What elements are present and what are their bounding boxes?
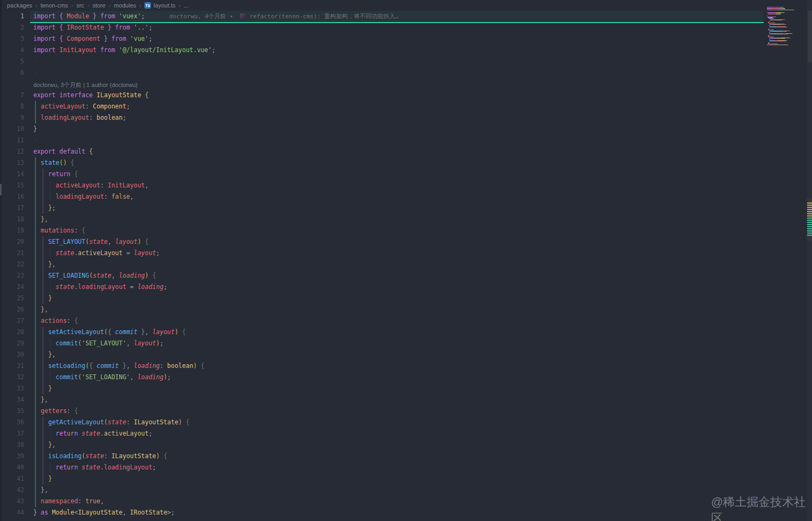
line-number[interactable]: 19	[0, 225, 24, 236]
code-line[interactable]: 11·	[0, 135, 763, 146]
code-line[interactable]: 2import { IRootState } from '..';	[0, 22, 763, 33]
code-line[interactable]: 33 }	[0, 383, 763, 394]
line-number[interactable]: 11	[0, 135, 24, 146]
code-line[interactable]: 3import { Component } from 'vue';	[0, 33, 763, 45]
code-line[interactable]: 20 SET_LAYOUT(state, layout) {	[0, 236, 763, 248]
line-number[interactable]: 34	[0, 394, 24, 406]
line-number[interactable]: 28	[0, 327, 24, 338]
code-line[interactable]: 24 state.loadingLayout = loading;	[0, 281, 763, 293]
token-pun: :	[67, 407, 74, 415]
minimap[interactable]	[767, 7, 806, 71]
line-number[interactable]: 2	[0, 22, 24, 33]
code-line[interactable]: 15 activeLayout: InitLayout,	[0, 180, 763, 191]
code-line[interactable]: 19 mutations: {	[0, 225, 763, 236]
code-line[interactable]: 10}	[0, 124, 763, 135]
line-number[interactable]: 30	[0, 349, 24, 360]
line-number[interactable]: 18	[0, 214, 24, 225]
line-number[interactable]: 22	[0, 259, 24, 270]
line-number[interactable]: 26	[0, 304, 24, 315]
code-line[interactable]: 36 getActiveLayout(state: ILayoutState) …	[0, 417, 763, 428]
line-number[interactable]: 14	[0, 169, 24, 180]
line-number[interactable]: 21	[0, 248, 24, 259]
line-number[interactable]: 43	[0, 496, 24, 507]
scrollbar-track[interactable]	[807, 0, 812, 521]
line-number[interactable]: 23	[0, 270, 24, 281]
code-line[interactable]: 4import InitLayout from '@/layout/InitLa…	[0, 45, 763, 56]
line-number[interactable]: 7	[0, 90, 24, 101]
line-number[interactable]: 15	[0, 180, 24, 191]
line-number[interactable]: 5	[0, 56, 24, 67]
code-line[interactable]: 25 }	[0, 293, 763, 304]
code-line[interactable]: 41 }	[0, 473, 763, 484]
line-number[interactable]: 10	[0, 124, 24, 135]
line-number[interactable]: 29	[0, 338, 24, 349]
code-line[interactable]: 37 return state.activeLayout;	[0, 428, 763, 439]
code-line[interactable]: 32 commit('SET_LOADING', loading);	[0, 372, 763, 383]
code-line[interactable]: 8 activeLayout: Component;	[0, 101, 763, 112]
code-line[interactable]: 12export default {	[0, 146, 763, 157]
scrollbar-slider[interactable]	[808, 11, 812, 62]
line-number[interactable]: 42	[0, 484, 24, 496]
line-number[interactable]: 20	[0, 236, 24, 248]
code-line[interactable]: 39 isLoading(state: ILayoutState) {	[0, 451, 763, 462]
code-line[interactable]: 35 getters: {	[0, 406, 763, 417]
code-line[interactable]: 38 },	[0, 439, 763, 451]
line-number[interactable]: 35	[0, 406, 24, 417]
line-number[interactable]: 31	[0, 360, 24, 372]
code-line[interactable]: 1import { Module } from 'vuex';doctorwu,…	[0, 11, 763, 22]
line-number[interactable]: 8	[0, 101, 24, 112]
line-number[interactable]: 36	[0, 417, 24, 428]
code-line[interactable]: 43 namespaced: true,	[0, 496, 763, 507]
line-number[interactable]: 27	[0, 315, 24, 327]
line-number[interactable]: 38	[0, 439, 24, 451]
code-line[interactable]: 40 return state.loadingLayout;	[0, 462, 763, 473]
line-number[interactable]: 32	[0, 372, 24, 383]
line-number[interactable]: 41	[0, 473, 24, 484]
code-line[interactable]: 28 setActiveLayout({ commit }, layout) {	[0, 327, 763, 338]
code-line[interactable]: 13 state() {	[0, 157, 763, 169]
code-line[interactable]: 14 return {	[0, 169, 763, 180]
breadcrumb-item-store[interactable]: store	[92, 2, 105, 9]
line-number[interactable]: 17	[0, 202, 24, 214]
breadcrumb-item-src[interactable]: src	[76, 2, 84, 9]
line-number[interactable]: 39	[0, 451, 24, 462]
code-line[interactable]: 27 actions: {	[0, 315, 763, 327]
breadcrumb-item-file[interactable]: TSlayout.ts	[144, 2, 176, 9]
code-line[interactable]: 9 loadingLayout: boolean;	[0, 112, 763, 124]
code-line[interactable]: 21 state.activeLayout = layout;	[0, 248, 763, 259]
code-line[interactable]: 22 },	[0, 259, 763, 270]
line-number[interactable]: 12	[0, 146, 24, 157]
code-line[interactable]: 42 },	[0, 484, 763, 496]
line-number[interactable]: 9	[0, 112, 24, 124]
code-line[interactable]: 5·	[0, 56, 763, 67]
breadcrumb-symbol-trail[interactable]: ...	[184, 2, 189, 9]
code-line[interactable]: 16 loadingLayout: false,	[0, 191, 763, 202]
line-number[interactable]: 13	[0, 157, 24, 169]
breadcrumb-item-tenon-cms[interactable]: tenon-cms	[40, 2, 68, 9]
line-number[interactable]: 4	[0, 45, 24, 56]
codelens-blame-link[interactable]: doctorwu, 3个月前 | 1 author (doctorwu)	[33, 82, 137, 88]
code-line[interactable]: 29 commit('SET_LAYOUT', layout);	[0, 338, 763, 349]
breadcrumb-item-modules[interactable]: modules	[114, 2, 136, 9]
line-number[interactable]: 3	[0, 33, 24, 45]
line-number[interactable]: 25	[0, 293, 24, 304]
breadcrumb-item-packages[interactable]: packages	[7, 2, 32, 9]
line-number[interactable]: 33	[0, 383, 24, 394]
line-number[interactable]: 1	[0, 11, 24, 22]
code-line[interactable]: 30 },	[0, 349, 763, 360]
code-line[interactable]: 31 setLoading({ commit }, loading: boole…	[0, 360, 763, 372]
code-line[interactable]: 7export interface ILayoutState {	[0, 90, 763, 101]
code-line[interactable]: 18 },	[0, 214, 763, 225]
line-number[interactable]: 6	[0, 67, 24, 78]
code-line[interactable]: 6·	[0, 67, 763, 78]
line-number[interactable]: 24	[0, 281, 24, 293]
code-line[interactable]: 23 SET_LOADING(state, loading) {	[0, 270, 763, 281]
code-line[interactable]: 44} as Module<ILayoutState, IRootState>;	[0, 507, 763, 518]
line-number[interactable]: 40	[0, 462, 24, 473]
line-number[interactable]: 37	[0, 428, 24, 439]
code-line[interactable]: 26 },	[0, 304, 763, 315]
code-line[interactable]: 17 };	[0, 202, 763, 214]
code-line[interactable]: 34 },	[0, 394, 763, 406]
line-number[interactable]: 16	[0, 191, 24, 202]
line-number[interactable]: 44	[0, 507, 24, 518]
